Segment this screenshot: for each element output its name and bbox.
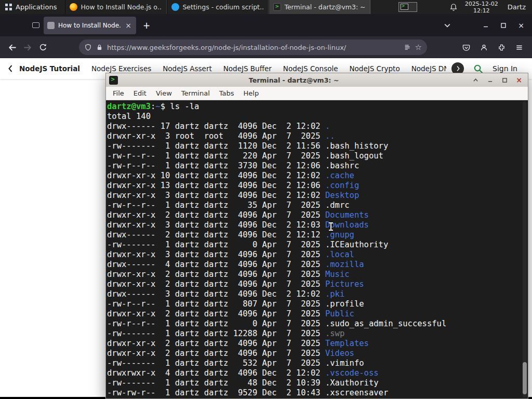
terminal-text-segment: .bash_logout — [325, 151, 383, 161]
terminal-scrollbar[interactable] — [523, 101, 527, 397]
workspace-window-thumbnail — [401, 4, 408, 10]
terminal-line: dartz@vm3:~$ ls -la — [107, 102, 528, 112]
hamburger-menu-icon[interactable] — [510, 39, 528, 55]
extensions-icon[interactable] — [493, 39, 510, 55]
panel-clock[interactable]: 2025-12-02 12:12 — [465, 1, 498, 14]
terminal-rollup-button[interactable] — [470, 75, 481, 85]
terminal-line: drwxr-xr-x 2 dartz dartz 4096 Apr 7 2025… — [107, 270, 528, 280]
tab-list-chevron-icon[interactable] — [440, 23, 455, 28]
site-nav-item[interactable]: NodeJS Tutorial — [19, 64, 80, 73]
terminal-line: -rw------- 1 dartz dartz 48 Dec 2 10:39 … — [107, 378, 528, 388]
firefox-view-icon[interactable] — [29, 19, 43, 32]
terminal-menu-item[interactable]: View — [151, 89, 177, 97]
terminal-text-segment: drwxr-xr-x 2 dartz dartz 4096 Apr 7 2025 — [107, 280, 325, 289]
terminal-text-segment: -rw-r--r-- 1 dartz dartz 3730 Dec 2 12:0… — [107, 161, 325, 170]
terminal-text-segment: .profile — [325, 299, 364, 309]
address-bar[interactable]: https://www.geeksforgeeks.org/node-js/in… — [79, 39, 427, 55]
browser-close-button[interactable]: × — [512, 14, 530, 36]
site-nav-item[interactable]: NodeJS Crypto — [350, 64, 400, 73]
terminal-text-segment: drwxrwxr-x 4 dartz dartz 4096 Dec 2 12:0… — [107, 368, 325, 378]
taskbar-button[interactable]: Settings - codium script... — [167, 0, 269, 14]
firefox-icon — [70, 3, 77, 11]
terminal-line: drwx------ 3 dartz dartz 4096 Dec 2 12:0… — [107, 289, 528, 299]
reload-button[interactable] — [35, 39, 51, 55]
taskbar-button-label: Settings - codium script... — [182, 3, 264, 11]
terminal-menu-item[interactable]: Terminal — [177, 89, 215, 97]
clock-date: 2025-12-02 — [465, 1, 498, 7]
terminal-line: drwxr-xr-x 2 dartz dartz 4096 Apr 7 2025… — [107, 349, 528, 358]
terminal-text-segment: Public — [325, 309, 354, 318]
site-nav-item[interactable]: NodeJS DNS — [411, 64, 446, 73]
tracking-shield-icon[interactable] — [84, 44, 92, 51]
terminal-line: -rw-r--r-- 1 dartz dartz 35 Apr 7 2025 .… — [107, 201, 528, 210]
terminal-text-segment: Templates — [325, 339, 369, 348]
terminal-text-segment: drwxr-xr-x 2 dartz dartz 4096 Apr 7 2025 — [107, 270, 325, 279]
terminal-text-segment: Videos — [325, 349, 354, 358]
terminal-text-segment: Music — [325, 270, 350, 279]
terminal-text-segment: dartz@vm3 — [107, 102, 151, 111]
terminal-text-segment: drwxr-xr-x 3 dartz dartz 4096 Dec 2 12:0… — [107, 220, 325, 230]
terminal-text-segment: Downloads — [325, 220, 369, 230]
taskbar-button[interactable]: How to Install Node.js o... — [65, 0, 167, 14]
terminal-text-segment: drwxr-xr-x 3 dartz dartz 4096 Dec 2 12:0… — [107, 191, 325, 200]
taskbar-button[interactable]: Terminal - dartz@vm3: ~ — [269, 0, 370, 14]
sign-in-button[interactable]: Sign In — [493, 64, 517, 73]
browser-tab[interactable]: How to Install Node.js on... × — [44, 17, 136, 34]
site-nav-item[interactable]: NodeJS Exercises — [91, 64, 151, 73]
terminal-line: drwxr-xr-x 2 dartz dartz 4096 Apr 7 2025… — [107, 280, 528, 289]
nav-scroll-left-icon[interactable] — [7, 64, 13, 73]
account-icon[interactable] — [475, 39, 493, 55]
browser-minimize-button[interactable] — [477, 14, 495, 36]
panel-user-label[interactable]: Dartz — [508, 3, 526, 11]
terminal-text-segment: drwx------ 2 dartz dartz 4096 Dec 2 12:1… — [107, 230, 325, 240]
terminal-text-segment: .swp — [325, 329, 344, 338]
terminal-menu-item[interactable]: File — [108, 89, 129, 97]
terminal-text-segment: .xscreensaver — [325, 388, 388, 397]
notification-bell-icon[interactable] — [449, 3, 459, 11]
terminal-close-button[interactable]: × — [513, 75, 525, 85]
terminal-text-segment: drwx------ 17 dartz dartz 4096 Dec 2 12:… — [107, 122, 325, 131]
terminal-line: drwxr-xr-x 3 dartz dartz 4096 Dec 2 12:0… — [107, 191, 528, 201]
workspace-switcher[interactable] — [398, 2, 417, 12]
pocket-icon[interactable] — [457, 39, 475, 55]
terminal-text-segment: .pki — [325, 289, 344, 299]
terminal-text-segment: Documents — [325, 210, 369, 220]
terminal-text-segment: drwx------ 4 dartz dartz 4096 Apr 7 2025 — [107, 260, 325, 269]
panel-right-area: 2025-12-02 12:12 Dartz — [398, 1, 532, 14]
terminal-menu-item[interactable]: Tabs — [215, 89, 239, 97]
tab-close-icon[interactable]: × — [124, 21, 132, 30]
terminal-text-segment: total 140 — [107, 112, 151, 121]
terminal-line: drwxr-xr-x 2 dartz dartz 4096 Apr 7 2025… — [107, 210, 528, 220]
forward-button[interactable] — [20, 39, 35, 55]
terminal-window: Terminal - dartz@vm3: ~ × FileEditViewTe… — [105, 73, 528, 399]
terminal-menu-item[interactable]: Edit — [129, 89, 151, 97]
terminal-text-segment: -rw-rw-r-- 1 dartz dartz 9529 Dec 2 10:4… — [107, 388, 325, 397]
site-nav-item[interactable]: NodeJS Console — [283, 64, 338, 73]
terminal-titlebar[interactable]: Terminal - dartz@vm3: ~ × — [106, 73, 528, 87]
terminal-text-segment: .sudo_as_admin_successful — [325, 319, 446, 328]
terminal-text-segment: -rw------- 1 dartz dartz 48 Dec 2 10:39 — [107, 378, 325, 388]
new-tab-button[interactable]: + — [139, 18, 154, 33]
url-text[interactable]: https://www.geeksforgeeks.org/node-js/in… — [107, 44, 400, 51]
back-button[interactable] — [4, 39, 20, 55]
lock-icon[interactable] — [96, 44, 103, 51]
browser-maximize-button[interactable] — [495, 14, 512, 36]
terminal-text-segment: .dmrc — [325, 201, 350, 210]
terminal-scrollbar-thumb[interactable] — [523, 362, 527, 394]
site-nav-item[interactable]: NodeJS Assert — [163, 64, 212, 73]
terminal-text-segment: drwxr-xr-x 3 root root 4096 Apr 7 2025 — [107, 131, 325, 141]
reader-view-icon[interactable] — [404, 44, 411, 51]
terminal-line: -rw-r--r-- 1 dartz dartz 3730 Dec 2 12:0… — [107, 161, 528, 171]
tab-favicon — [47, 22, 55, 29]
terminal-menu-item[interactable]: Help — [239, 89, 264, 97]
terminal-text-segment: -rw-r--r-- 1 dartz dartz 220 Apr 7 2025 — [107, 151, 325, 161]
terminal-text-segment: .Xauthority — [325, 378, 379, 388]
terminal-maximize-button[interactable] — [499, 75, 510, 85]
terminal-minimize-button[interactable] — [484, 75, 496, 85]
bookmark-star-icon[interactable]: ☆ — [415, 43, 422, 52]
search-icon[interactable] — [473, 64, 483, 74]
site-nav-item[interactable]: NodeJS Buffer — [223, 64, 272, 73]
terminal-screen[interactable]: dartz@vm3:~$ ls -latotal 140drwx------ 1… — [106, 100, 528, 398]
applications-menu-button[interactable]: Applications — [0, 0, 62, 14]
clock-time: 12:12 — [473, 7, 490, 14]
